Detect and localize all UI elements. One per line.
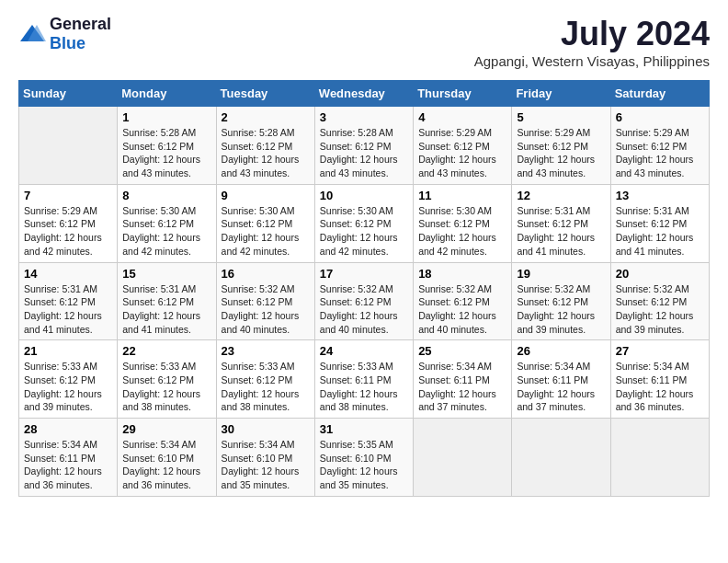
table-row: 26Sunrise: 5:34 AM Sunset: 6:11 PM Dayli… xyxy=(512,340,610,419)
day-number: 26 xyxy=(517,344,605,358)
col-monday: Monday xyxy=(118,81,216,107)
day-info: Sunrise: 5:34 AM Sunset: 6:10 PM Dayligh… xyxy=(122,438,210,492)
day-number: 14 xyxy=(24,267,112,281)
calendar-row: 28Sunrise: 5:34 AM Sunset: 6:11 PM Dayli… xyxy=(19,419,710,497)
table-row: 12Sunrise: 5:31 AM Sunset: 6:12 PM Dayli… xyxy=(512,184,610,262)
day-info: Sunrise: 5:32 AM Sunset: 6:12 PM Dayligh… xyxy=(517,282,605,337)
day-info: Sunrise: 5:33 AM Sunset: 6:11 PM Dayligh… xyxy=(320,360,408,414)
main-title: July 2024 xyxy=(474,15,710,53)
day-number: 30 xyxy=(222,422,310,436)
table-row: 7Sunrise: 5:29 AM Sunset: 6:12 PM Daylig… xyxy=(19,184,118,262)
day-number: 13 xyxy=(616,189,704,202)
day-info: Sunrise: 5:30 AM Sunset: 6:12 PM Dayligh… xyxy=(418,204,506,259)
day-info: Sunrise: 5:32 AM Sunset: 6:12 PM Dayligh… xyxy=(418,282,506,337)
day-number: 8 xyxy=(122,189,210,202)
day-number: 25 xyxy=(418,344,506,358)
day-number: 29 xyxy=(122,422,210,436)
col-wednesday: Wednesday xyxy=(314,81,413,107)
logo-general: General xyxy=(50,15,111,33)
table-row: 27Sunrise: 5:34 AM Sunset: 6:11 PM Dayli… xyxy=(610,340,709,419)
table-row: 18Sunrise: 5:32 AM Sunset: 6:12 PM Dayli… xyxy=(414,262,512,340)
table-row: 14Sunrise: 5:31 AM Sunset: 6:12 PM Dayli… xyxy=(19,262,118,340)
day-info: Sunrise: 5:31 AM Sunset: 6:12 PM Dayligh… xyxy=(24,282,112,337)
day-info: Sunrise: 5:28 AM Sunset: 6:12 PM Dayligh… xyxy=(122,126,210,180)
table-row: 21Sunrise: 5:33 AM Sunset: 6:12 PM Dayli… xyxy=(19,340,118,419)
table-row: 2Sunrise: 5:28 AM Sunset: 6:12 PM Daylig… xyxy=(216,107,314,185)
calendar-row: 7Sunrise: 5:29 AM Sunset: 6:12 PM Daylig… xyxy=(19,184,710,262)
calendar-table: Sunday Monday Tuesday Wednesday Thursday… xyxy=(18,80,710,497)
table-row: 8Sunrise: 5:30 AM Sunset: 6:12 PM Daylig… xyxy=(118,184,216,262)
day-number: 10 xyxy=(320,189,408,202)
col-friday: Friday xyxy=(512,81,610,107)
col-sunday: Sunday xyxy=(19,81,118,107)
day-info: Sunrise: 5:29 AM Sunset: 6:12 PM Dayligh… xyxy=(418,126,506,180)
day-number: 23 xyxy=(222,344,310,358)
table-row: 9Sunrise: 5:30 AM Sunset: 6:12 PM Daylig… xyxy=(216,184,314,262)
day-info: Sunrise: 5:34 AM Sunset: 6:11 PM Dayligh… xyxy=(616,360,704,414)
day-info: Sunrise: 5:34 AM Sunset: 6:10 PM Dayligh… xyxy=(222,438,310,492)
table-row xyxy=(414,419,512,497)
day-info: Sunrise: 5:32 AM Sunset: 6:12 PM Dayligh… xyxy=(222,282,310,337)
day-number: 15 xyxy=(122,267,210,281)
table-row xyxy=(512,419,610,497)
day-info: Sunrise: 5:33 AM Sunset: 6:12 PM Dayligh… xyxy=(122,360,210,414)
table-row: 16Sunrise: 5:32 AM Sunset: 6:12 PM Dayli… xyxy=(216,262,314,340)
day-info: Sunrise: 5:33 AM Sunset: 6:12 PM Dayligh… xyxy=(222,360,310,414)
table-row: 5Sunrise: 5:29 AM Sunset: 6:12 PM Daylig… xyxy=(512,107,610,185)
day-info: Sunrise: 5:30 AM Sunset: 6:12 PM Dayligh… xyxy=(122,204,210,259)
subtitle: Agpangi, Western Visayas, Philippines xyxy=(474,53,710,69)
col-thursday: Thursday xyxy=(414,81,512,107)
day-number: 1 xyxy=(122,110,210,124)
day-number: 17 xyxy=(320,267,408,281)
day-number: 6 xyxy=(616,110,704,124)
col-tuesday: Tuesday xyxy=(216,81,314,107)
table-row: 4Sunrise: 5:29 AM Sunset: 6:12 PM Daylig… xyxy=(414,107,512,185)
table-row: 13Sunrise: 5:31 AM Sunset: 6:12 PM Dayli… xyxy=(610,184,709,262)
table-row: 10Sunrise: 5:30 AM Sunset: 6:12 PM Dayli… xyxy=(314,184,413,262)
day-number: 21 xyxy=(24,344,112,358)
table-row: 15Sunrise: 5:31 AM Sunset: 6:12 PM Dayli… xyxy=(118,262,216,340)
table-row: 25Sunrise: 5:34 AM Sunset: 6:11 PM Dayli… xyxy=(414,340,512,419)
day-number: 7 xyxy=(24,189,112,202)
table-row: 28Sunrise: 5:34 AM Sunset: 6:11 PM Dayli… xyxy=(19,419,118,497)
day-info: Sunrise: 5:34 AM Sunset: 6:11 PM Dayligh… xyxy=(517,360,605,414)
day-number: 31 xyxy=(320,422,408,436)
logo-icon xyxy=(18,23,46,45)
day-info: Sunrise: 5:34 AM Sunset: 6:11 PM Dayligh… xyxy=(418,360,506,414)
day-number: 24 xyxy=(320,344,408,358)
table-row xyxy=(19,107,118,185)
col-saturday: Saturday xyxy=(610,81,709,107)
day-info: Sunrise: 5:31 AM Sunset: 6:12 PM Dayligh… xyxy=(616,204,704,259)
table-row: 1Sunrise: 5:28 AM Sunset: 6:12 PM Daylig… xyxy=(118,107,216,185)
logo-blue: Blue xyxy=(50,34,85,52)
day-number: 27 xyxy=(616,344,704,358)
day-info: Sunrise: 5:34 AM Sunset: 6:11 PM Dayligh… xyxy=(24,438,112,492)
header: General Blue July 2024 Agpangi, Western … xyxy=(18,15,710,69)
day-number: 18 xyxy=(418,267,506,281)
day-info: Sunrise: 5:28 AM Sunset: 6:12 PM Dayligh… xyxy=(222,126,310,180)
day-info: Sunrise: 5:31 AM Sunset: 6:12 PM Dayligh… xyxy=(517,204,605,259)
day-info: Sunrise: 5:28 AM Sunset: 6:12 PM Dayligh… xyxy=(320,126,408,180)
day-number: 12 xyxy=(517,189,605,202)
table-row: 19Sunrise: 5:32 AM Sunset: 6:12 PM Dayli… xyxy=(512,262,610,340)
day-number: 19 xyxy=(517,267,605,281)
day-info: Sunrise: 5:35 AM Sunset: 6:10 PM Dayligh… xyxy=(320,438,408,492)
day-number: 16 xyxy=(222,267,310,281)
day-number: 5 xyxy=(517,110,605,124)
day-number: 11 xyxy=(418,189,506,202)
day-info: Sunrise: 5:29 AM Sunset: 6:12 PM Dayligh… xyxy=(616,126,704,180)
day-number: 3 xyxy=(320,110,408,124)
table-row: 17Sunrise: 5:32 AM Sunset: 6:12 PM Dayli… xyxy=(314,262,413,340)
day-info: Sunrise: 5:29 AM Sunset: 6:12 PM Dayligh… xyxy=(24,204,112,259)
table-row: 20Sunrise: 5:32 AM Sunset: 6:12 PM Dayli… xyxy=(610,262,709,340)
calendar-row: 14Sunrise: 5:31 AM Sunset: 6:12 PM Dayli… xyxy=(19,262,710,340)
day-info: Sunrise: 5:30 AM Sunset: 6:12 PM Dayligh… xyxy=(320,204,408,259)
title-section: July 2024 Agpangi, Western Visayas, Phil… xyxy=(474,15,710,69)
table-row: 6Sunrise: 5:29 AM Sunset: 6:12 PM Daylig… xyxy=(610,107,709,185)
day-number: 20 xyxy=(616,267,704,281)
table-row: 3Sunrise: 5:28 AM Sunset: 6:12 PM Daylig… xyxy=(314,107,413,185)
day-info: Sunrise: 5:29 AM Sunset: 6:12 PM Dayligh… xyxy=(517,126,605,180)
calendar-row: 21Sunrise: 5:33 AM Sunset: 6:12 PM Dayli… xyxy=(19,340,710,419)
day-number: 28 xyxy=(24,422,112,436)
table-row: 30Sunrise: 5:34 AM Sunset: 6:10 PM Dayli… xyxy=(216,419,314,497)
